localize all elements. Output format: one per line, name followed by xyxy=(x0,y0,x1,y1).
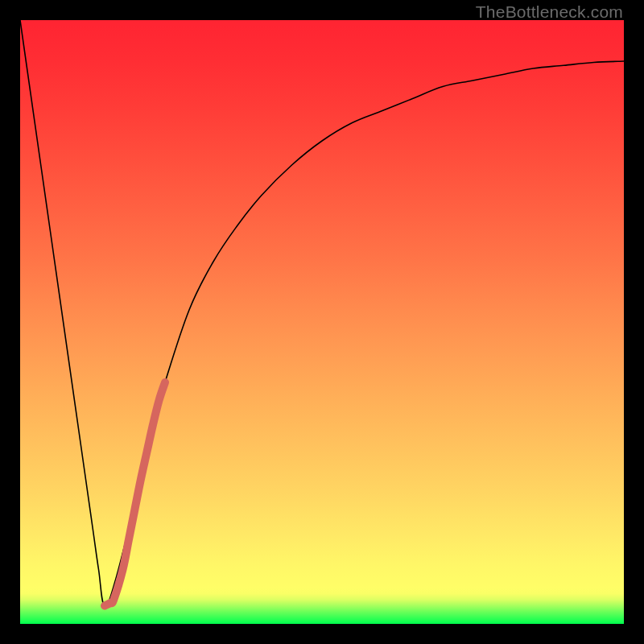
watermark-text: TheBottleneck.com xyxy=(476,2,623,22)
highlight-segment xyxy=(105,382,165,606)
chart-frame: TheBottleneck.com xyxy=(0,0,644,644)
plot-svg xyxy=(20,20,624,624)
plot-area xyxy=(20,20,624,624)
bottleneck-curve xyxy=(20,20,624,606)
